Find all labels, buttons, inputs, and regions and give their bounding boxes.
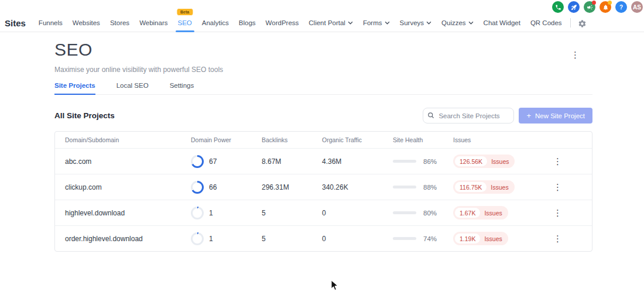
health-percent: 86% xyxy=(423,158,437,165)
bell-dot xyxy=(608,1,612,5)
col-issues: Issues xyxy=(453,136,544,143)
backlinks-cell: 8.67M xyxy=(262,157,322,166)
search-box xyxy=(423,108,514,124)
notification-dot xyxy=(592,1,596,5)
nav-item-client-portal-label: Client Portal xyxy=(309,14,345,32)
domain-cell[interactable]: highlevel.download xyxy=(55,209,191,217)
search-icon xyxy=(427,112,434,119)
table-row: highlevel.download 1 5 0 80% 1.67K Issue… xyxy=(55,200,592,225)
page-subtitle: Maximise your online visibility with pow… xyxy=(54,66,592,74)
site-health-cell: 88% xyxy=(393,184,453,191)
organic-traffic-cell: 0 xyxy=(322,209,393,217)
site-health-cell: 86% xyxy=(393,158,453,165)
issues-label: Issues xyxy=(491,158,509,165)
nav-item-wordpress[interactable]: WordPress xyxy=(266,14,299,32)
issues-badge[interactable]: 1.19K Issues xyxy=(453,232,508,245)
issues-cell: 1.67K Issues xyxy=(453,206,544,219)
tab-local-seo[interactable]: Local SEO xyxy=(117,82,149,94)
issues-cell: 116.75K Issues xyxy=(453,180,544,194)
search-input[interactable] xyxy=(423,108,514,124)
tab-bar: Site Projects Local SEO Settings xyxy=(54,82,592,95)
domain-power-ring xyxy=(191,181,204,194)
nav-item-client-portal[interactable]: Client Portal xyxy=(309,14,353,32)
nav-item-funnels[interactable]: Funnels xyxy=(39,14,63,32)
backlinks-cell: 5 xyxy=(262,209,322,217)
domain-cell[interactable]: abc.com xyxy=(55,157,191,166)
nav-item-blogs[interactable]: Blogs xyxy=(239,14,256,32)
issues-badge[interactable]: 126.56K Issues xyxy=(453,155,515,168)
domain-power-cell: 1 xyxy=(191,207,262,219)
site-projects-table: Domain/Subdomain Domain Power Backlinks … xyxy=(54,131,592,252)
domain-power-ring xyxy=(191,207,204,219)
avatar[interactable]: AS xyxy=(631,1,643,13)
phone-icon[interactable] xyxy=(552,1,564,13)
issues-count: 1.19K xyxy=(455,234,480,243)
site-nav: Sites Funnels Websites Stores Webinars S… xyxy=(0,14,644,32)
new-site-project-label: New Site Project xyxy=(535,112,585,119)
domain-power-cell: 66 xyxy=(191,181,262,194)
domain-cell[interactable]: clickup.com xyxy=(55,183,191,191)
site-health-cell: 74% xyxy=(393,235,453,242)
issues-badge[interactable]: 1.67K Issues xyxy=(453,206,508,219)
issues-label: Issues xyxy=(491,184,508,191)
table-header-row: Domain/Subdomain Domain Power Backlinks … xyxy=(55,132,592,148)
backlinks-cell: 5 xyxy=(262,235,322,243)
issues-badge[interactable]: 116.75K Issues xyxy=(453,180,515,194)
chevron-down-icon xyxy=(468,21,474,25)
page-kebab-menu[interactable]: ⋮ xyxy=(568,48,582,61)
gear-icon[interactable] xyxy=(578,18,587,28)
col-domain-power: Domain Power xyxy=(191,136,262,143)
nav-item-webinars[interactable]: Webinars xyxy=(139,14,167,32)
issues-label: Issues xyxy=(484,235,502,242)
nav-item-analytics[interactable]: Analytics xyxy=(202,14,229,32)
nav-item-stores[interactable]: Stores xyxy=(110,14,129,32)
chevron-down-icon xyxy=(348,21,353,25)
nav-item-surveys-label: Surveys xyxy=(400,14,424,32)
issues-label: Issues xyxy=(484,210,502,217)
chevron-down-icon xyxy=(426,21,431,25)
health-percent: 80% xyxy=(423,210,437,217)
nav-item-seo[interactable]: SEO Beta xyxy=(178,14,192,32)
nav-item-chat-widget[interactable]: Chat Widget xyxy=(484,14,520,32)
row-kebab-menu[interactable]: ⋮ xyxy=(551,231,564,246)
site-health-cell: 80% xyxy=(393,210,453,217)
plus-icon: + xyxy=(526,112,531,119)
issues-cell: 126.56K Issues xyxy=(453,155,544,168)
nav-item-websites[interactable]: Websites xyxy=(73,14,100,32)
new-site-project-button[interactable]: + New Site Project xyxy=(519,108,592,124)
table-row: abc.com 67 8.67M 4.36M 86% 126.56K Issue… xyxy=(55,148,592,174)
domain-power-ring xyxy=(191,155,204,168)
section-title: All Site Projects xyxy=(54,111,115,120)
chevron-down-icon xyxy=(385,21,390,25)
issues-count: 126.56K xyxy=(455,156,487,166)
beta-badge: Beta xyxy=(176,8,193,16)
brand-sites: Sites xyxy=(5,18,26,28)
health-bar xyxy=(393,160,416,163)
nav-item-forms-label: Forms xyxy=(363,14,382,32)
nav-item-qr-codes[interactable]: QR Codes xyxy=(530,14,562,32)
top-utility-strip: ? AS xyxy=(552,1,643,13)
health-percent: 88% xyxy=(423,184,437,191)
domain-power-value: 67 xyxy=(209,157,217,166)
tab-settings[interactable]: Settings xyxy=(170,82,194,94)
health-bar xyxy=(393,186,416,188)
col-backlinks: Backlinks xyxy=(262,136,322,143)
help-icon[interactable]: ? xyxy=(615,1,627,13)
bell-icon[interactable] xyxy=(600,1,611,13)
row-kebab-menu[interactable]: ⋮ xyxy=(551,180,564,194)
nav-item-forms[interactable]: Forms xyxy=(363,14,390,32)
megaphone-icon[interactable] xyxy=(584,1,595,13)
nav-item-surveys[interactable]: Surveys xyxy=(400,14,432,32)
rocket-icon[interactable] xyxy=(568,1,580,13)
domain-power-value: 1 xyxy=(209,209,213,217)
row-kebab-menu[interactable]: ⋮ xyxy=(551,205,564,220)
tab-site-projects[interactable]: Site Projects xyxy=(54,82,95,94)
nav-item-quizzes-label: Quizzes xyxy=(441,14,466,32)
domain-cell[interactable]: order.highlevel.download xyxy=(55,235,191,243)
nav-item-quizzes[interactable]: Quizzes xyxy=(441,14,474,32)
row-kebab-menu[interactable]: ⋮ xyxy=(551,154,564,169)
backlinks-cell: 296.31M xyxy=(262,183,322,191)
issues-count: 1.67K xyxy=(455,208,480,218)
nav-items: Funnels Websites Stores Webinars SEO Bet… xyxy=(39,14,562,32)
organic-traffic-cell: 0 xyxy=(322,235,393,243)
